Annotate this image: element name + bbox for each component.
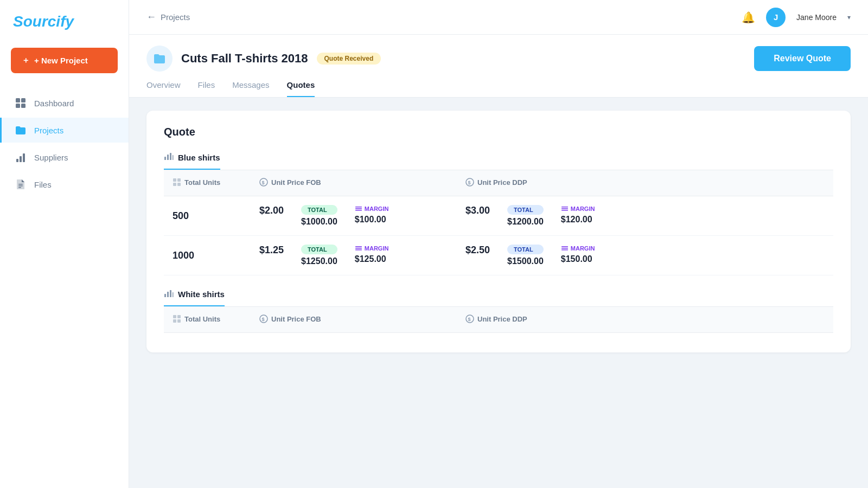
content-area: Quote Blue shirts [129,98,868,488]
new-project-button[interactable]: ＋ + New Project [11,48,118,73]
svg-rect-29 [355,248,362,249]
ddp-margin-group: MARGIN $120.00 [561,205,595,224]
svg-rect-5 [20,156,22,162]
svg-rect-13 [173,155,174,160]
product-section-white-shirts: White shirts [164,288,833,333]
ddp-margin-group: MARGIN $150.00 [561,245,595,264]
units-icon-white [173,314,181,323]
review-quote-button[interactable]: Review Quote [754,46,851,71]
svg-rect-10 [164,157,166,160]
ddp-icon-white: $ [465,314,474,323]
blue-shirts-table: Total Units $ Unit Pr [164,170,833,275]
page-header: Cuts Fall T-shirts 2018 Quote Received R… [129,35,868,98]
project-title-area: Cuts Fall T-shirts 2018 Quote Received [146,46,381,72]
svg-rect-2 [16,104,20,108]
white-shirts-label: White shirts [178,290,225,299]
blue-shirts-tab[interactable]: Blue shirts [164,151,220,170]
svg-rect-17 [177,183,181,186]
svg-rect-25 [561,210,568,211]
table-row: 1000 $1.25 Total $1250.00 [164,236,833,275]
sidebar-nav: Dashboard Projects Suppliers [0,91,129,197]
svg-text:$: $ [468,317,471,322]
sidebar-item-label: Suppliers [34,153,68,162]
svg-rect-22 [355,210,362,211]
th-total-units: Total Units [164,170,251,196]
svg-rect-3 [21,104,25,108]
ddp-price-cell: $3.00 Total $1200.00 [457,196,833,236]
sidebar-item-label: Files [34,180,52,189]
tab-files[interactable]: Files [198,80,215,97]
fob-margin-badge: MARGIN [355,205,389,213]
units-cell: 500 [164,196,251,236]
fob-icon: $ [259,178,268,187]
svg-rect-12 [170,153,171,160]
project-title: Cuts Fall T-shirts 2018 [181,52,308,66]
table-header-row: Total Units $ Unit Pr [164,307,833,333]
fob-price-cell: $2.00 Total $1000.00 [251,196,457,236]
app-logo: Sourcify [13,13,74,30]
breadcrumb[interactable]: ← Projects [146,11,190,23]
svg-rect-9 [18,187,21,188]
ddp-total-amount: $1200.00 [507,217,544,227]
ddp-margin-badge: MARGIN [561,245,595,252]
sidebar-item-label: Projects [34,126,63,135]
plus-icon: ＋ [22,55,30,66]
svg-rect-30 [355,246,362,247]
svg-rect-11 [167,155,169,160]
svg-rect-37 [173,292,174,297]
tab-quotes[interactable]: Quotes [287,80,315,97]
ddp-icon: $ [465,178,474,187]
svg-rect-6 [23,153,25,162]
fob-icon-white: $ [259,314,268,323]
svg-rect-34 [164,294,166,297]
sidebar-item-dashboard[interactable]: Dashboard [0,91,129,115]
projects-icon [15,124,27,136]
quote-section-title: Quote [164,126,833,138]
svg-rect-41 [177,319,181,323]
svg-rect-36 [170,290,171,297]
project-folder-icon [152,52,167,66]
ddp-margin-amount: $150.00 [561,254,595,264]
svg-rect-32 [561,248,568,249]
white-shirts-tab[interactable]: White shirts [164,288,225,306]
fob-total-group: Total $1000.00 [301,205,337,227]
white-shirts-table-wrapper: Total Units $ Unit Pr [164,306,833,333]
fob-margin-badge: MARGIN [355,245,389,252]
logo-area: Sourcify [0,13,129,48]
svg-rect-16 [173,183,176,186]
table-row: 500 $2.00 Total $1000.00 [164,196,833,236]
tab-overview[interactable]: Overview [146,80,181,97]
breadcrumb-label: Projects [161,12,190,22]
sidebar-item-files[interactable]: Files [0,172,129,197]
th-unit-price-ddp-white: $ Unit Price DDP [457,307,833,333]
sidebar-item-suppliers[interactable]: Suppliers [0,145,129,170]
svg-rect-31 [561,249,568,251]
ddp-total-group: Total $1500.00 [507,245,544,266]
fob-margin-amount: $125.00 [355,254,389,264]
page-header-top: Cuts Fall T-shirts 2018 Quote Received R… [146,35,851,80]
fob-total-group: Total $1250.00 [301,245,337,266]
ddp-price-cell: $2.50 Total $1500.00 [457,236,833,275]
chevron-down-icon: ▾ [847,14,851,21]
svg-rect-4 [16,159,18,162]
fob-margin-group: MARGIN $125.00 [355,245,389,264]
svg-rect-8 [18,185,23,187]
fob-total-amount: $1250.00 [301,256,337,266]
svg-rect-35 [167,292,169,297]
th-unit-price-fob-white: $ Unit Price FOB [251,307,457,333]
main-content: ← Projects 🔔 J Jane Moore ▾ Cuts Fall T-… [129,0,868,488]
dashboard-icon [15,97,27,109]
ddp-margin-badge: MARGIN [561,205,595,213]
project-icon-wrapper [146,46,173,72]
th-total-units-white: Total Units [164,307,251,333]
svg-rect-14 [173,178,176,182]
user-name[interactable]: Jane Moore [796,13,837,22]
product-section-blue-shirts: Blue shirts [164,151,833,275]
status-badge: Quote Received [317,53,381,65]
tab-messages[interactable]: Messages [232,80,269,97]
sidebar-item-projects[interactable]: Projects [0,118,129,143]
svg-rect-0 [16,98,20,102]
notification-bell-icon[interactable]: 🔔 [742,11,755,24]
sidebar: Sourcify ＋ + New Project Dashboard Proje… [0,0,129,488]
svg-rect-24 [355,207,362,208]
